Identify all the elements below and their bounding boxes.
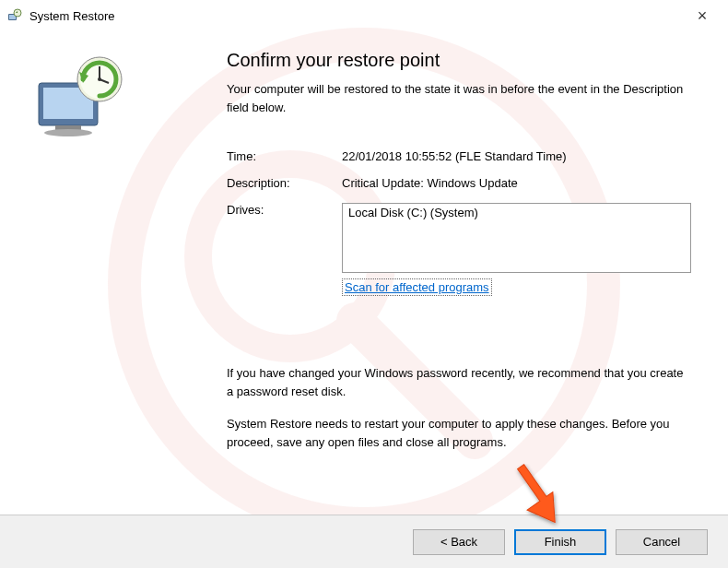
drive-item: Local Disk (C:) (System) bbox=[348, 206, 685, 219]
close-icon[interactable]: × bbox=[684, 6, 721, 26]
system-restore-large-icon bbox=[28, 135, 147, 148]
page-subtext: Your computer will be restored to the st… bbox=[227, 80, 691, 116]
titlebar: System Restore × bbox=[0, 0, 728, 31]
description-value: Critical Update: Windows Update bbox=[342, 176, 691, 190]
time-label: Time: bbox=[227, 149, 342, 163]
restart-note: System Restore needs to restart your com… bbox=[227, 415, 691, 451]
window-title: System Restore bbox=[29, 9, 114, 23]
footer-buttons: < Back Finish Cancel bbox=[0, 515, 728, 568]
cancel-button[interactable]: Cancel bbox=[616, 529, 708, 555]
page-heading: Confirm your restore point bbox=[227, 50, 691, 71]
svg-point-9 bbox=[44, 129, 92, 136]
back-button[interactable]: < Back bbox=[413, 529, 505, 555]
drives-label: Drives: bbox=[227, 203, 342, 273]
left-pane bbox=[0, 31, 212, 507]
time-value: 22/01/2018 10:55:52 (FLE Standard Time) bbox=[342, 149, 691, 163]
finish-button[interactable]: Finish bbox=[514, 529, 606, 555]
svg-point-15 bbox=[98, 77, 101, 81]
drives-list[interactable]: Local Disk (C:) (System) bbox=[342, 203, 691, 273]
system-restore-icon bbox=[7, 8, 22, 23]
description-label: Description: bbox=[227, 176, 342, 190]
password-note: If you have changed your Windows passwor… bbox=[227, 364, 691, 400]
main-content: Confirm your restore point Your computer… bbox=[212, 31, 728, 507]
scan-affected-programs-link[interactable]: Scan for affected programs bbox=[342, 278, 492, 296]
